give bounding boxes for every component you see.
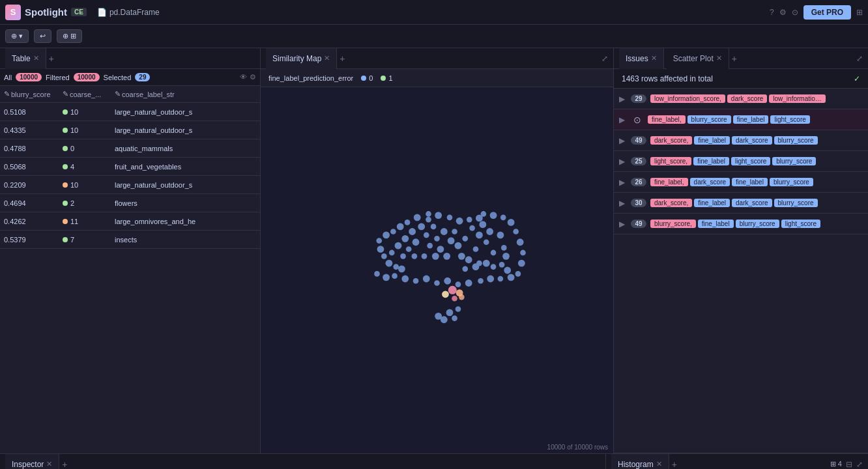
svg-point-0 (412, 238, 420, 246)
svg-point-91 (459, 294, 465, 300)
svg-point-76 (517, 238, 524, 246)
inspector-add-button[interactable]: + (62, 459, 67, 470)
issue-row[interactable]: ▶ 25 light_score,fine_labellight_scorebl… (614, 151, 868, 172)
undo-button[interactable]: ↩ (34, 29, 51, 43)
grid-icon[interactable]: ⊞ (856, 8, 863, 17)
table-tab[interactable]: Table ✕ (5, 48, 46, 69)
svg-point-61 (392, 273, 398, 279)
sim-fullscreen-icon[interactable]: ⤢ (601, 54, 608, 63)
histogram-tab-close[interactable]: ✕ (656, 460, 662, 468)
svg-point-16 (401, 235, 409, 242)
svg-point-73 (515, 271, 521, 277)
issue-expand-icon[interactable]: ▶ (619, 157, 627, 166)
file-name: pd.DataFrame (109, 8, 160, 17)
svg-point-62 (401, 276, 409, 283)
issue-tags: fine_label,dark_scorefine_labelblurry_sc… (650, 178, 863, 186)
issue-tags: low_information_score,dark_scorelow_info… (650, 94, 863, 103)
issues-tab[interactable]: Issues ✕ (619, 48, 664, 69)
issue-expand-icon[interactable]: ▶ (619, 94, 627, 104)
affected-count: 1463 rows affected in total (622, 74, 713, 83)
table-tab-close[interactable]: ✕ (33, 54, 39, 63)
table-row[interactable]: 0.4788 0 aquatic_mammals (0, 139, 260, 158)
svg-point-89 (442, 291, 449, 298)
svg-point-17 (452, 229, 457, 234)
table-header-actions: 👁 ⚙ (240, 73, 256, 81)
histogram-fullscreen-icon[interactable]: ⤢ (856, 460, 863, 469)
get-pro-button[interactable]: Get PRO (803, 5, 851, 20)
issue-row[interactable]: ▶ 49 dark_score,fine_labeldark_scoreblur… (614, 130, 868, 151)
histogram-layout-icon[interactable]: ⊟ (846, 460, 852, 469)
issue-row[interactable]: ▶ ⊙ fine_label,blurry_scorefine_labellig… (614, 109, 868, 130)
issue-expand-icon[interactable]: ▶ (619, 220, 627, 229)
sim-add-button[interactable]: + (340, 53, 345, 64)
svg-point-29 (491, 250, 497, 256)
table-tabs: Table ✕ (5, 48, 46, 69)
svg-point-47 (376, 238, 382, 244)
issue-tag: blurry_score (770, 178, 813, 186)
svg-point-69 (478, 278, 484, 284)
col-blurry-icon: ✎ (4, 90, 10, 98)
table-row[interactable]: 0.2209 10 large_natural_outdoor_s (0, 176, 260, 194)
sim-tab-close[interactable]: ✕ (324, 54, 330, 63)
svg-point-60 (383, 274, 390, 281)
issue-row[interactable]: ▶ 30 dark_score,fine_labeldark_scoreblur… (614, 193, 868, 214)
cell-label: large_natural_outdoor_s (115, 181, 256, 189)
table-row[interactable]: 0.4262 11 large_omnivores_and_he (0, 212, 260, 231)
inspector-tab[interactable]: Inspector ✕ (5, 454, 59, 470)
issue-row[interactable]: ▶ 29 low_information_score,dark_scorelow… (614, 89, 868, 109)
issues-tab-close[interactable]: ✕ (651, 54, 657, 63)
cell-label: large_natural_outdoor_s (115, 108, 256, 116)
sim-tab[interactable]: Similarity Map ✕ (266, 48, 337, 69)
histogram-tab[interactable]: Histogram ✕ (611, 454, 669, 470)
issue-expand-icon[interactable]: ▶ (619, 199, 627, 208)
issue-tag: dark_score, (650, 199, 692, 207)
histogram-add-button[interactable]: + (672, 459, 677, 470)
cell-blurry: 0.5108 (4, 108, 63, 116)
add-widget-button[interactable]: ⊕ ⊞ (57, 29, 82, 43)
cell-label: fruit_and_vegetables (115, 163, 256, 171)
table-row[interactable]: 0.5108 10 large_natural_outdoor_s (0, 103, 260, 121)
histogram-grid-label: ⊞ 4 (830, 460, 842, 468)
issue-tag: light_score (781, 220, 820, 228)
inspector-tab-close[interactable]: ✕ (46, 460, 52, 468)
table-row[interactable]: 0.5379 7 insects (0, 231, 260, 249)
eye-icon[interactable]: 👁 (240, 73, 247, 81)
table-row[interactable]: 0.5068 4 fruit_and_vegetables (0, 158, 260, 176)
svg-point-80 (490, 212, 497, 219)
issue-expand-icon[interactable]: ▶ (619, 115, 627, 124)
col-blurry-label: blurry_score (11, 91, 51, 98)
help-icon[interactable]: ? (770, 8, 774, 17)
svg-point-68 (465, 279, 472, 287)
legend-item-1: 1 (381, 74, 392, 82)
scatter-tab-close[interactable]: ✕ (716, 54, 722, 63)
table-panel: Table ✕ + All 10000 Filtered 10000 Selec… (0, 48, 261, 453)
row-dot (63, 237, 68, 242)
svg-point-10 (448, 237, 455, 244)
svg-point-85 (452, 315, 457, 321)
row-dot (63, 182, 68, 188)
col-coarse-str[interactable]: ✎ coarse_label_str (115, 90, 256, 98)
sim-legend: fine_label_prediction_error 0 1 (261, 69, 613, 87)
table-add-button[interactable]: + (49, 53, 54, 64)
issue-row[interactable]: ▶ 26 fine_label,dark_scorefine_labelblur… (614, 172, 868, 193)
col-coarse-icon: ✎ (63, 90, 68, 98)
github-icon[interactable]: ⊙ (792, 8, 798, 17)
table-row[interactable]: 0.4694 2 flowers (0, 194, 260, 212)
issue-tag: fine_label (694, 199, 730, 207)
issue-expand-icon[interactable]: ▶ (619, 178, 627, 187)
col-coarse[interactable]: ✎ coarse_... (63, 90, 115, 98)
table-row[interactable]: 0.4335 10 large_natural_outdoor_s (0, 121, 260, 139)
table-settings-icon[interactable]: ⚙ (250, 73, 256, 81)
scatter-tab[interactable]: Scatter Plot ✕ (667, 48, 729, 69)
issue-tag: fine_label (732, 178, 768, 186)
col-blurry-score[interactable]: ✎ blurry_score (4, 90, 63, 98)
filter-button[interactable]: ⊕ ▾ (5, 29, 29, 43)
issue-row[interactable]: ▶ 49 blurry_score,fine_labelblurry_score… (614, 214, 868, 234)
issue-expand-icon[interactable]: ▶ (619, 136, 627, 145)
svg-point-64 (423, 276, 430, 283)
svg-point-86 (435, 313, 442, 320)
issues-add-button[interactable]: + (732, 53, 737, 64)
issues-fullscreen-icon[interactable]: ⤢ (856, 54, 863, 63)
topbar-actions: ? ⚙ ⊙ Get PRO ⊞ (770, 5, 863, 20)
settings-icon[interactable]: ⚙ (779, 8, 787, 17)
